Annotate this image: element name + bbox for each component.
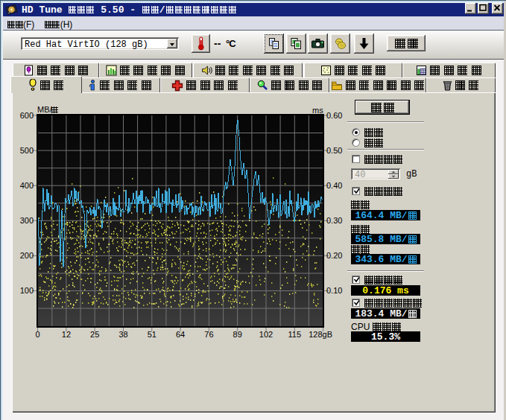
svg-text:89: 89 bbox=[233, 330, 242, 339]
svg-text:0.20: 0.20 bbox=[326, 251, 342, 260]
svg-text:25: 25 bbox=[90, 330, 99, 339]
svg-text:200: 200 bbox=[20, 251, 34, 260]
svg-text:0: 0 bbox=[36, 330, 40, 339]
svg-text:0.10: 0.10 bbox=[326, 286, 342, 295]
svg-text:102: 102 bbox=[259, 330, 273, 339]
svg-text:300: 300 bbox=[20, 216, 34, 225]
svg-text:38: 38 bbox=[118, 330, 127, 339]
svg-text:76: 76 bbox=[204, 330, 213, 339]
svg-text:51: 51 bbox=[148, 330, 156, 339]
svg-text:115: 115 bbox=[288, 330, 302, 339]
svg-text:0.50: 0.50 bbox=[326, 146, 342, 155]
svg-text:500: 500 bbox=[20, 146, 34, 155]
svg-text:0.40: 0.40 bbox=[326, 181, 342, 190]
svg-text:0.60: 0.60 bbox=[326, 111, 342, 120]
svg-text:12: 12 bbox=[62, 330, 71, 339]
svg-text:400: 400 bbox=[20, 181, 34, 190]
svg-text:0.30: 0.30 bbox=[326, 216, 342, 225]
svg-text:ms: ms bbox=[312, 106, 323, 115]
svg-text:MB/: MB/ bbox=[37, 105, 53, 114]
svg-text:100: 100 bbox=[20, 286, 34, 295]
svg-text:128gB: 128gB bbox=[309, 330, 332, 339]
svg-text:64: 64 bbox=[176, 330, 185, 339]
svg-text:600: 600 bbox=[20, 111, 34, 120]
